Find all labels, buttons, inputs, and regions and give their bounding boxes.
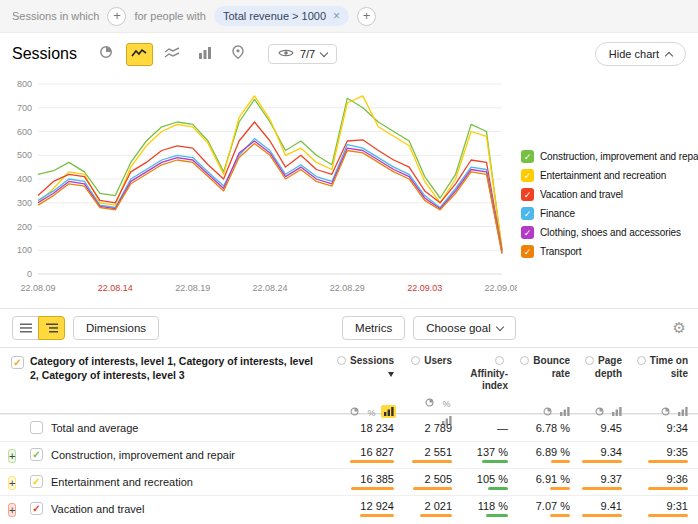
metric-header-label: Page depth [595, 355, 622, 379]
metric-header-users[interactable]: Users [404, 355, 462, 368]
legend-checkbox-icon[interactable]: ✓ [521, 150, 534, 163]
legend-label: Clothing, shoes and accessories [540, 227, 681, 238]
series-visibility-dropdown[interactable]: 7/7 [268, 44, 337, 64]
metrics-button[interactable]: Metrics [342, 316, 405, 340]
chart-legend: ✓Construction, improvement and repair✓En… [521, 150, 698, 258]
legend-item[interactable]: ✓Clothing, shoes and accessories [521, 226, 698, 239]
metric-header-time-on-site[interactable]: Time on site [632, 355, 698, 380]
metric-value-cell: 9.37 [580, 473, 632, 490]
filter-chip-total-revenue[interactable]: Total revenue > 1000 × [214, 6, 349, 26]
metric-value-cell: 6.89 % [518, 446, 580, 463]
expand-row-button[interactable]: + [8, 449, 16, 463]
legend-item[interactable]: ✓Transport [521, 245, 698, 258]
metric-value: 118 % [462, 500, 508, 512]
legend-item[interactable]: ✓Vacation and travel [521, 188, 698, 201]
legend-checkbox-icon[interactable]: ✓ [521, 226, 534, 239]
percent-view-icon[interactable]: % [364, 406, 379, 419]
expand-row-button[interactable]: + [8, 476, 16, 490]
add-people-condition-button[interactable]: + [357, 7, 376, 26]
pie-view-icon[interactable] [347, 405, 362, 418]
map-chart-type-button[interactable] [225, 43, 252, 66]
chevron-down-icon [320, 48, 328, 56]
flat-list-view-button[interactable] [12, 316, 39, 340]
metric-value: 2 789 [404, 422, 452, 434]
hide-chart-button[interactable]: Hide chart [595, 42, 686, 66]
remove-filter-icon[interactable]: × [333, 9, 340, 23]
filter-chip-text: Total revenue > 1000 [223, 10, 326, 22]
row-checkbox[interactable]: ✓ [30, 448, 43, 461]
y-axis-tick-label: 500 [17, 150, 32, 160]
choose-goal-button[interactable]: Choose goal [413, 316, 516, 340]
metric-help-icon [585, 356, 594, 365]
x-axis-tick-label: 22.08.09 [20, 283, 55, 293]
pie-view-icon[interactable] [592, 405, 607, 418]
metric-value-cell: 137 % [462, 446, 518, 463]
metric-value: 18 234 [334, 422, 394, 434]
metric-value: 105 % [462, 473, 508, 485]
pie-view-icon[interactable] [658, 405, 673, 418]
gear-icon[interactable]: ⚙ [673, 319, 686, 337]
legend-checkbox-icon[interactable]: ✓ [521, 169, 534, 182]
metric-viewmode-cell [632, 402, 698, 420]
bar-chart-type-button[interactable] [192, 43, 219, 66]
legend-item[interactable]: ✓Entertainment and recreation [521, 169, 698, 182]
metric-header-sessions[interactable]: Sessions [334, 355, 404, 380]
metric-value-cell: 12 924 [334, 500, 404, 517]
legend-label: Finance [540, 208, 575, 219]
metric-header-page-depth[interactable]: Page depth [580, 355, 632, 380]
x-axis-tick-label: 22.08.24 [252, 283, 287, 293]
tree-view-button[interactable] [38, 316, 65, 340]
metric-value-cell: 9:36 [632, 473, 698, 490]
legend-checkbox-icon[interactable]: ✓ [521, 207, 534, 220]
legend-item[interactable]: ✓Construction, improvement and repair [521, 150, 698, 163]
metric-value-cell: 2 021 [404, 500, 462, 517]
metric-help-icon [495, 356, 504, 365]
row-checkbox[interactable]: ✓ [30, 502, 43, 515]
legend-checkbox-icon[interactable]: ✓ [521, 188, 534, 201]
metric-viewmode-cell [518, 402, 580, 420]
expand-row-button[interactable]: + [8, 503, 16, 517]
line-chart-type-button[interactable] [126, 43, 153, 66]
metric-value-bar [482, 460, 508, 463]
metric-help-icon [520, 356, 529, 365]
metric-header-bounce-rate[interactable]: Bounce rate [518, 355, 580, 380]
metric-value: 12 924 [334, 500, 394, 512]
row-name-cell: Total and average [30, 421, 334, 434]
row-expander-cell: + [0, 473, 30, 491]
bars-view-icon[interactable] [609, 405, 624, 418]
pie-chart-type-button[interactable] [93, 43, 120, 66]
bars-view-icon[interactable] [675, 405, 690, 418]
metric-header-affinity-index[interactable]: Affinity-index [462, 355, 518, 393]
pie-view-icon[interactable] [540, 405, 555, 418]
chevron-up-icon [665, 51, 673, 59]
metric-value-bar [551, 460, 570, 463]
legend-checkbox-icon[interactable]: ✓ [521, 245, 534, 258]
metric-value-cell: 7.07 % [518, 500, 580, 517]
metric-value-cell: 9:31 [632, 500, 698, 517]
metric-value: 9.45 [580, 422, 622, 434]
add-session-condition-button[interactable]: + [107, 7, 126, 26]
metric-value-bar [351, 487, 394, 490]
hide-chart-label: Hide chart [609, 48, 659, 60]
x-axis-tick-label: 22.09.03 [407, 283, 442, 293]
pie-view-icon[interactable] [422, 396, 437, 409]
percent-view-icon[interactable]: % [439, 397, 454, 410]
stacked-chart-type-button[interactable] [159, 43, 186, 66]
metric-value-bar [582, 460, 622, 463]
bars-view-icon[interactable] [381, 405, 396, 418]
sort-desc-icon [388, 372, 394, 377]
dimensions-button[interactable]: Dimensions [73, 316, 159, 340]
metric-help-icon [637, 356, 646, 365]
row-label: Total and average [51, 422, 138, 434]
metric-value-bar [360, 514, 394, 517]
legend-item[interactable]: ✓Finance [521, 207, 698, 220]
bars-view-icon[interactable] [557, 405, 572, 418]
select-all-checkbox[interactable]: ✓ [11, 356, 24, 369]
metric-value: 16 385 [334, 473, 394, 485]
metric-viewmode-cell: % [334, 402, 404, 420]
eye-icon [278, 48, 294, 60]
metric-value-cell: 16 385 [334, 473, 404, 490]
metric-help-icon [411, 356, 420, 365]
row-checkbox[interactable]: ✓ [30, 475, 43, 488]
row-checkbox-unchecked[interactable] [30, 421, 43, 434]
